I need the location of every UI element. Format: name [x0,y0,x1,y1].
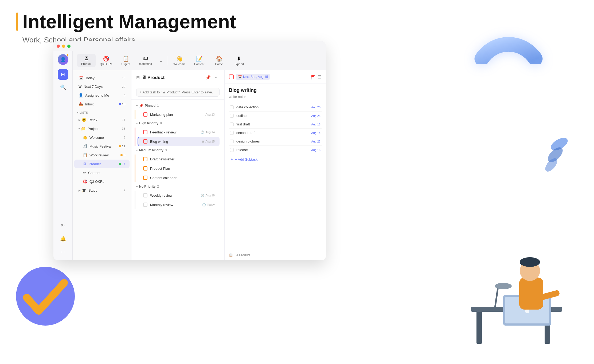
nav-next7days[interactable]: W Next 7 Days 20 [74,82,130,91]
task-filter-button[interactable]: ⊟ [136,75,140,80]
traffic-light-red[interactable] [57,45,60,48]
task-monthly-review[interactable]: Monthly review 🕐 Today [138,200,220,209]
toolbar-q3okrs[interactable]: 🎯 Q3 OKRs [97,54,115,67]
traffic-light-green[interactable] [67,45,71,48]
subtask-first-draft-checkbox[interactable] [230,122,234,126]
nav-project[interactable]: ▾ 📁 Project 38 [74,124,130,133]
task-more-button[interactable]: ··· [214,74,220,81]
nav-content-list[interactable]: ✏ Content [74,168,130,177]
nav-workreview[interactable]: 📋 Work review 5 [74,151,130,159]
task-marketing-plan[interactable]: Marketing plan Aug 13 [138,110,220,119]
detail-footer-list-icon: 📋 [229,253,233,257]
subtask-second-draft-date: Aug 14 [311,131,321,134]
nav-study[interactable]: ▶ 🎓 Study 2 [74,186,130,195]
task-list: ▾ 📌 Pinned 1 Marketing plan Aug [131,100,224,260]
task-marketing-plan-name: Marketing plan [150,113,205,117]
task-pin-button[interactable]: 📌 [204,74,212,81]
subtask-second-draft-checkbox[interactable] [230,131,234,135]
svg-rect-5 [476,312,482,344]
sidebar-sync-icon[interactable]: ↻ [58,221,68,231]
left-nav: 📅 Today 12 W Next 7 Days 20 👤 [73,70,131,260]
subtask-data-collection: data collection Aug 20 [229,103,322,112]
subtask-design-checkbox[interactable] [230,140,234,143]
avatar[interactable]: 👤 [58,54,68,65]
sidebar-home-icon[interactable]: ⊞ [58,69,68,80]
detail-header: 📅 Next Sun, Aug 15 🚩 ☰ [225,70,326,84]
toolbar-expand-item[interactable]: ⬇ Expand [229,54,248,67]
add-task-input[interactable] [136,88,220,97]
nav-q3okrs-list[interactable]: 🎯 Q3 OKRs [74,177,130,186]
traffic-light-yellow[interactable] [62,45,65,48]
task-productplan-checkbox[interactable] [143,166,147,171]
sidebar-bell-icon[interactable]: 🔔 [58,234,68,244]
sidebar: 👤 ⊞ 🔍 ↻ 🔔 ··· [53,51,73,260]
nav-relax[interactable]: ▶ 😊 Relax 11 [74,116,130,124]
detail-more-button[interactable]: ☰ [318,74,322,80]
subtask-release-checkbox[interactable] [230,148,234,152]
toolbar-marketing[interactable]: 🏷 marketing [136,54,155,67]
task-blog-writing[interactable]: Blog writing ⊟ Aug 15 [138,137,220,146]
task-content-calendar[interactable]: Content calendar [138,173,220,182]
group-nopriority-header[interactable]: ▾ No Priority 2 [131,183,224,191]
group-medium-header[interactable]: ▾ Medium Priority 3 [131,146,224,154]
nav-content-label: Content [88,171,100,175]
toolbar-expand-label: Expand [234,62,244,66]
nav-section-lists-label: Lists [80,111,88,114]
nav-today-icon: 📅 [79,76,83,80]
detail-footer: 📋 🖥 Product [225,250,326,260]
subtask-data-collection-date: Aug 20 [311,106,321,109]
group-high-header[interactable]: ▾ High Priority 8 [131,119,224,127]
subtask-first-draft: first draft Aug 18 [229,120,322,129]
subtask-outline: outline Aug 25 [229,112,322,120]
nav-project-label: Project [88,127,98,131]
task-monthly-name: Monthly review [150,203,202,207]
deco-arc [466,0,551,64]
task-contentcal-checkbox[interactable] [143,176,147,180]
task-marketing-plan-checkbox[interactable] [143,112,147,117]
detail-flag-icon[interactable]: 🚩 [310,74,316,80]
task-blog-checkbox[interactable] [143,139,147,144]
group-medium-chevron: ▾ [136,149,138,152]
svg-line-10 [495,288,498,306]
subtask-data-collection-checkbox[interactable] [230,105,234,109]
nav-product[interactable]: 🖥 Product 14 [74,160,130,168]
nav-section-lists[interactable]: ▾ Lists [73,109,131,115]
task-draft-newsletter[interactable]: Draft newsletter [138,155,220,164]
toolbar-expand[interactable]: ⌄ [156,56,166,65]
detail-due-date[interactable]: 📅 Next Sun, Aug 15 [236,74,270,80]
task-monthly-clock: 🕐 [202,203,206,207]
nav-musicfestival[interactable]: 🎵 Music Festival 11 [74,142,130,151]
toolbar-product-label: Product [81,62,91,65]
toolbar-home[interactable]: 🏠 Home [210,54,228,67]
task-product-plan[interactable]: Product Plan [138,164,220,173]
task-feedback-review[interactable]: Feedback review 🕐 Aug 14 [138,128,220,137]
task-weekly-checkbox[interactable] [143,193,147,197]
nav-today[interactable]: 📅 Today 12 [74,74,130,82]
nav-welcome[interactable]: 👋 Welcome 8 [74,133,130,142]
nav-study-count: 2 [124,189,125,192]
toolbar-urgent[interactable]: 📋 Urgent [116,54,135,67]
group-pinned-header[interactable]: ▾ 📌 Pinned 1 [131,102,224,110]
toolbar-content-icon: 📝 [196,56,203,62]
task-panel-title: 🖥 Product [142,75,165,80]
nav-relax-label: Relax [88,118,97,122]
sidebar-more-icon[interactable]: ··· [58,246,68,257]
toolbar-product[interactable]: 🖥 Product [77,54,96,67]
group-high-chevron: ▾ [136,122,138,125]
toolbar-content[interactable]: 📝 Content [190,54,209,67]
task-weekly-review[interactable]: Weekly review 🕐 Aug 19 [138,191,220,200]
add-subtask-button[interactable]: ＋ + Add Subtask [229,154,322,164]
task-feedback-checkbox[interactable] [143,130,147,134]
hero-title: Intelligent Management [22,11,236,33]
nav-section-label: ▾ [77,111,79,114]
nav-assigned[interactable]: 👤 Assigned to Me 6 [74,91,130,100]
detail-task-checkbox[interactable] [229,74,234,79]
task-monthly-checkbox[interactable] [143,203,147,207]
subtask-release: release Aug 18 [229,146,322,154]
sidebar-search-icon[interactable]: 🔍 [58,82,68,93]
task-draft-checkbox[interactable] [143,157,147,161]
nav-inbox[interactable]: 📥 Inbox 10 [74,100,130,108]
toolbar-product-icon: 🖥 [84,56,89,62]
toolbar-welcome[interactable]: 👋 Welcome [170,54,189,67]
subtask-outline-checkbox[interactable] [230,114,234,118]
